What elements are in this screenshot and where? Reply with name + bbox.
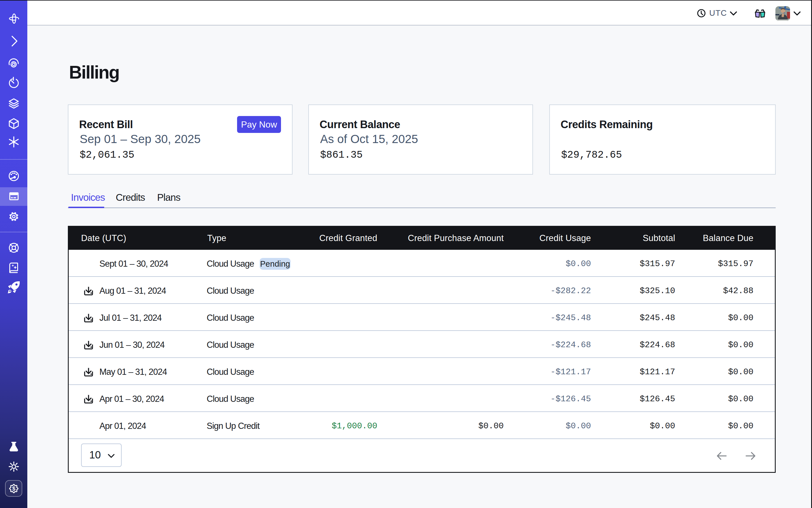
svg-text:$: $ bbox=[12, 485, 15, 492]
